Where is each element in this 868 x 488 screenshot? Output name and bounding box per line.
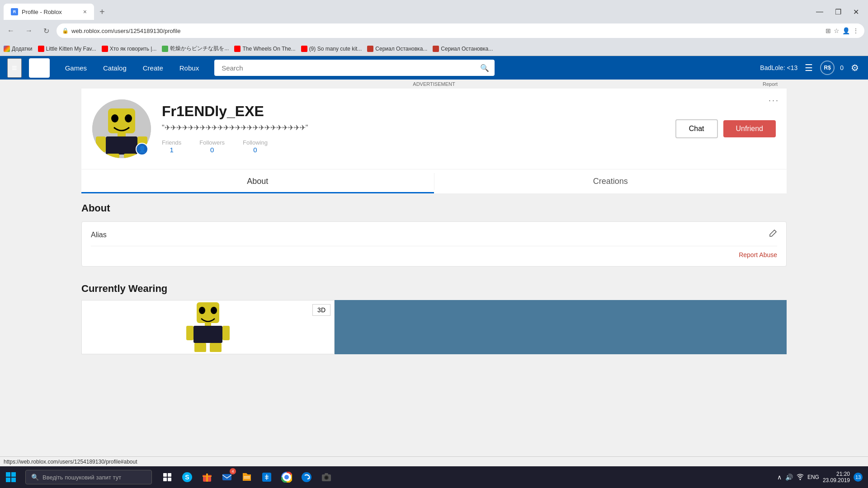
- tab-creations[interactable]: Creations: [434, 169, 787, 193]
- svg-rect-45: [325, 473, 328, 475]
- menu-icon[interactable]: ⋮: [853, 27, 859, 34]
- taskbar-gift[interactable]: [199, 469, 215, 485]
- bookmark-serial1-label: Сериал Остановка...: [375, 46, 427, 52]
- followers-label: Followers: [199, 139, 225, 146]
- taskbar-search[interactable]: 🔍 Введіть пошуковий запит тут: [25, 470, 152, 484]
- taskbar-view-btn[interactable]: [159, 469, 175, 485]
- volume-icon[interactable]: 🔊: [785, 474, 793, 481]
- tab-close-button[interactable]: ×: [83, 8, 87, 15]
- task-view-icon: [163, 473, 172, 482]
- active-tab[interactable]: R Profile - Roblox ×: [4, 4, 94, 20]
- search-input[interactable]: [214, 60, 495, 76]
- minimize-button[interactable]: —: [811, 6, 829, 18]
- svg-rect-9: [107, 154, 119, 158]
- taskbar-store[interactable]: [259, 469, 275, 485]
- svg-point-40: [284, 475, 289, 479]
- svg-rect-14: [205, 322, 211, 326]
- roblox-logo[interactable]: [29, 58, 50, 78]
- taskbar-files[interactable]: [239, 469, 255, 485]
- bookmark-hto[interactable]: Хто як говорить |...: [102, 46, 157, 52]
- taskbar-skype[interactable]: S: [179, 469, 195, 485]
- taskbar-camera[interactable]: [318, 469, 335, 485]
- bookmark-apps-label: Додатки: [12, 46, 33, 52]
- chat-icon[interactable]: ☰: [803, 61, 815, 75]
- profile-icon[interactable]: 👤: [842, 27, 850, 34]
- address-bar[interactable]: 🔒 web.roblox.com/users/1254189130/profil…: [57, 23, 864, 38]
- wearing-content: 3D: [81, 300, 787, 354]
- unfriend-button[interactable]: Unfriend: [723, 120, 776, 137]
- tab-favicon: R: [11, 8, 18, 15]
- svg-rect-22: [6, 478, 10, 482]
- bookmark-icon[interactable]: ☆: [834, 27, 840, 34]
- bookmark-apps[interactable]: Додатки: [4, 46, 33, 52]
- svg-point-12: [199, 307, 205, 314]
- search-button[interactable]: 🔍: [475, 60, 495, 76]
- forward-button[interactable]: →: [22, 25, 36, 37]
- svg-rect-5: [118, 132, 126, 136]
- tabs-container: About Creations: [81, 169, 787, 193]
- nav-create[interactable]: Create: [135, 58, 171, 78]
- camera-icon: [321, 472, 332, 483]
- taskbar-mail[interactable]: 4: [219, 469, 235, 485]
- translate-icon[interactable]: ⊞: [826, 27, 831, 34]
- svg-rect-26: [163, 478, 167, 481]
- yt-favicon-3: [234, 46, 241, 52]
- notification-count[interactable]: 0: [840, 64, 844, 71]
- maximize-button[interactable]: ❐: [830, 6, 847, 18]
- three-d-button[interactable]: 3D: [312, 304, 330, 316]
- svg-rect-32: [206, 474, 208, 482]
- chevron-up-icon[interactable]: ∧: [777, 474, 782, 481]
- taskbar-notification-badge[interactable]: 13: [854, 473, 863, 482]
- taskbar-chrome[interactable]: [278, 469, 295, 485]
- svg-rect-7: [96, 136, 106, 152]
- tab-about[interactable]: About: [81, 169, 434, 193]
- svg-rect-10: [124, 154, 137, 158]
- wearing-right-panel: [335, 300, 787, 354]
- profile-card: ···: [81, 89, 787, 169]
- bookmark-jpn[interactable]: 乾燥からピンチな肌を...: [162, 45, 229, 52]
- taskbar-search-text: Введіть пошуковий запит тут: [42, 474, 121, 481]
- refresh-button[interactable]: ↻: [40, 25, 53, 37]
- bookmark-serial2[interactable]: Сериал Остановка...: [433, 46, 493, 52]
- about-section: About Alias Report Abuse: [81, 193, 787, 276]
- main-nav: Games Catalog Create Robux: [57, 58, 207, 78]
- bookmark-cute[interactable]: (9) So many cute kit...: [301, 46, 362, 52]
- following-count[interactable]: 0: [243, 146, 268, 154]
- svg-point-41: [302, 472, 311, 482]
- nav-robux[interactable]: Robux: [171, 58, 207, 78]
- svg-point-4: [125, 114, 132, 122]
- bookmark-kitten[interactable]: Little Kitten My Fav...: [38, 46, 96, 52]
- new-tab-button[interactable]: +: [96, 5, 108, 19]
- avatar-badge: 👤: [136, 143, 148, 155]
- settings-icon[interactable]: ⚙: [849, 61, 861, 75]
- more-options-button[interactable]: ···: [769, 96, 779, 105]
- bookmark-wheels[interactable]: The Wheels On The...: [234, 46, 295, 52]
- start-button[interactable]: [0, 466, 22, 488]
- nav-catalog[interactable]: Catalog: [95, 58, 135, 78]
- hamburger-menu[interactable]: ≡: [7, 58, 22, 78]
- profile-actions: Chat Unfriend: [675, 119, 776, 138]
- close-button[interactable]: ✕: [848, 6, 864, 18]
- wearing-character-svg: [185, 300, 231, 354]
- taskbar-edge[interactable]: [298, 469, 315, 485]
- svg-rect-23: [11, 478, 16, 482]
- chat-button[interactable]: Chat: [675, 119, 718, 138]
- stat-followers: Followers 0: [199, 139, 225, 154]
- wearing-section: Currently Wearing 3D: [81, 276, 787, 361]
- address-bar-icons: ⊞ ☆ 👤 ⋮: [826, 27, 859, 34]
- edit-icon[interactable]: [768, 229, 777, 240]
- svg-rect-18: [194, 343, 206, 352]
- robux-icon[interactable]: R$: [820, 61, 835, 75]
- stat-following: Following 0: [243, 139, 268, 154]
- bookmark-serial1[interactable]: Сериал Остановка...: [367, 46, 427, 52]
- followers-count[interactable]: 0: [199, 146, 225, 154]
- network-icon[interactable]: [797, 473, 804, 482]
- username-display: BadLole: <13: [760, 64, 797, 71]
- svg-text:S: S: [185, 474, 189, 481]
- report-abuse-link[interactable]: Report Abuse: [739, 251, 777, 258]
- report-link[interactable]: Report: [763, 81, 778, 87]
- nav-games[interactable]: Games: [57, 58, 95, 78]
- back-button[interactable]: ←: [4, 25, 18, 37]
- roblox-header: ≡ Games Catalog Create Robux 🔍 BadLole: …: [0, 56, 868, 80]
- friends-count[interactable]: 1: [162, 146, 181, 154]
